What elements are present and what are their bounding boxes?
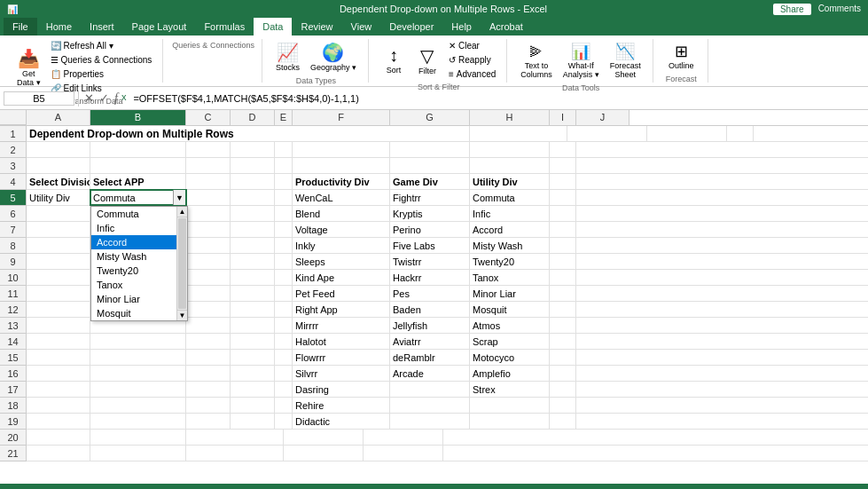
cell-I1[interactable] <box>727 126 754 141</box>
cell-F6[interactable]: Blend <box>293 206 390 221</box>
cell-E3[interactable] <box>275 158 293 173</box>
cell-E7[interactable] <box>275 222 293 237</box>
cell-H21[interactable] <box>364 446 443 461</box>
cell-G8[interactable]: Five Labs <box>390 238 470 253</box>
cell-D13[interactable] <box>231 318 275 333</box>
dropdown-item-misty-wash[interactable]: Misty Wash <box>91 249 187 264</box>
ribbon-tab-page-layout[interactable]: Page Layout <box>123 18 196 35</box>
cell-A9[interactable] <box>27 254 90 269</box>
share-button[interactable]: Share <box>773 4 811 15</box>
cell-E15[interactable] <box>275 350 293 365</box>
cell-reference-box[interactable] <box>4 91 74 106</box>
cell-C14[interactable] <box>186 334 231 349</box>
cell-G15[interactable]: deRamblr <box>390 350 470 365</box>
cell-F12[interactable]: Right App <box>293 302 390 317</box>
cell-E4[interactable] <box>275 174 293 189</box>
cell-C18[interactable] <box>186 398 231 413</box>
cell-G14[interactable]: Aviatrr <box>390 334 470 349</box>
cell-H18[interactable] <box>470 398 550 413</box>
row-header-5[interactable]: 5 <box>0 190 27 206</box>
cell-D17[interactable] <box>231 382 275 397</box>
cell-F19[interactable]: Didactic <box>293 414 390 429</box>
outline-button[interactable]: ⊞ Outline <box>664 39 699 73</box>
col-header-H[interactable]: H <box>470 110 550 125</box>
row-header-21[interactable]: 21 <box>0 446 27 461</box>
cell-E6[interactable] <box>275 206 293 221</box>
cell-A11[interactable] <box>27 286 90 301</box>
cell-A20[interactable] <box>27 430 90 445</box>
cell-I11[interactable] <box>550 286 576 301</box>
cell-D9[interactable] <box>231 254 275 269</box>
cell-H20[interactable] <box>364 430 443 445</box>
cell-I15[interactable] <box>550 350 576 365</box>
cell-C15[interactable] <box>186 350 231 365</box>
cell-B16[interactable] <box>90 366 186 381</box>
cell-D4[interactable] <box>231 174 275 189</box>
row-header-16[interactable]: 16 <box>0 366 27 382</box>
cell-I9[interactable] <box>550 254 576 269</box>
cell-A10[interactable] <box>27 270 90 285</box>
cell-E8[interactable] <box>275 238 293 253</box>
dropdown-item-twenty20[interactable]: Twenty20 <box>91 264 187 278</box>
cell-A15[interactable] <box>27 350 90 365</box>
cell-E10[interactable] <box>275 270 293 285</box>
cell-G4[interactable]: Game Div <box>390 174 470 189</box>
ribbon-tab-home[interactable]: Home <box>37 18 81 35</box>
cell-A1[interactable]: Dependent Drop-down on Multiple Rows <box>27 126 470 141</box>
cell-H11[interactable]: Minor Liar <box>470 286 550 301</box>
cell-H4[interactable]: Utility Div <box>470 174 550 189</box>
cell-C4[interactable] <box>186 174 231 189</box>
cell-F7[interactable]: Voltage <box>293 222 390 237</box>
dropdown-item-minor-liar[interactable]: Minor Liar <box>91 292 187 306</box>
cell-D19[interactable] <box>231 414 275 429</box>
cell-E12[interactable] <box>275 302 293 317</box>
clear-button[interactable]: ✕Clear <box>445 39 499 52</box>
ribbon-tab-insert[interactable]: Insert <box>81 18 123 35</box>
cell-D7[interactable] <box>231 222 275 237</box>
get-data-button[interactable]: 📥 Get Data ▾ <box>12 45 45 90</box>
row-header-14[interactable]: 14 <box>0 334 27 350</box>
cell-C3[interactable] <box>186 158 231 173</box>
cell-C9[interactable] <box>186 254 231 269</box>
cell-G5[interactable]: Fightrr <box>390 190 470 205</box>
cell-A4[interactable]: Select Division <box>27 174 90 189</box>
cell-A16[interactable] <box>27 366 90 381</box>
cell-G16[interactable]: Arcade <box>390 366 470 381</box>
cell-H17[interactable]: Strex <box>470 382 550 397</box>
cell-E17[interactable] <box>275 382 293 397</box>
cell-F1[interactable] <box>470 126 567 141</box>
ribbon-tab-file[interactable]: File <box>4 18 37 35</box>
cell-H3[interactable] <box>470 158 550 173</box>
cell-C6[interactable] <box>186 206 231 221</box>
cell-I12[interactable] <box>550 302 576 317</box>
dropdown-item-mosquit[interactable]: Mosquit <box>91 306 187 320</box>
cell-E19[interactable] <box>275 414 293 429</box>
cell-I8[interactable] <box>550 238 576 253</box>
row-header-7[interactable]: 7 <box>0 222 27 238</box>
row-header-2[interactable]: 2 <box>0 142 27 158</box>
stocks-button[interactable]: 📈 Stocks <box>271 39 304 75</box>
dropdown-item-commuta[interactable]: Commuta <box>91 207 187 221</box>
cell-G20[interactable] <box>284 430 364 445</box>
col-header-J[interactable]: J <box>576 110 629 125</box>
cell-G7[interactable]: Perino <box>390 222 470 237</box>
formula-input[interactable] <box>129 92 864 105</box>
ribbon-tab-review[interactable]: Review <box>292 18 341 35</box>
scroll-up-button[interactable]: ▲ <box>177 207 187 217</box>
cell-G9[interactable]: Twistrr <box>390 254 470 269</box>
cell-A5[interactable]: Utility Div <box>27 190 90 205</box>
cell-D15[interactable] <box>231 350 275 365</box>
col-header-B[interactable]: B <box>90 110 186 125</box>
reapply-button[interactable]: ↺Reapply <box>445 53 499 67</box>
cell-F8[interactable]: Inkly <box>293 238 390 253</box>
cancel-formula-icon[interactable]: ✕ <box>82 91 96 106</box>
cell-I2[interactable] <box>550 142 576 157</box>
dropdown-item-tanox[interactable]: Tanox <box>91 278 187 292</box>
cell-G6[interactable]: Kryptis <box>390 206 470 221</box>
cell-C12[interactable] <box>186 302 231 317</box>
row-header-8[interactable]: 8 <box>0 238 27 254</box>
cell-I14[interactable] <box>550 334 576 349</box>
cell-D8[interactable] <box>231 238 275 253</box>
cell-F5[interactable]: WenCaL <box>293 190 390 205</box>
row-header-4[interactable]: 4 <box>0 174 27 190</box>
